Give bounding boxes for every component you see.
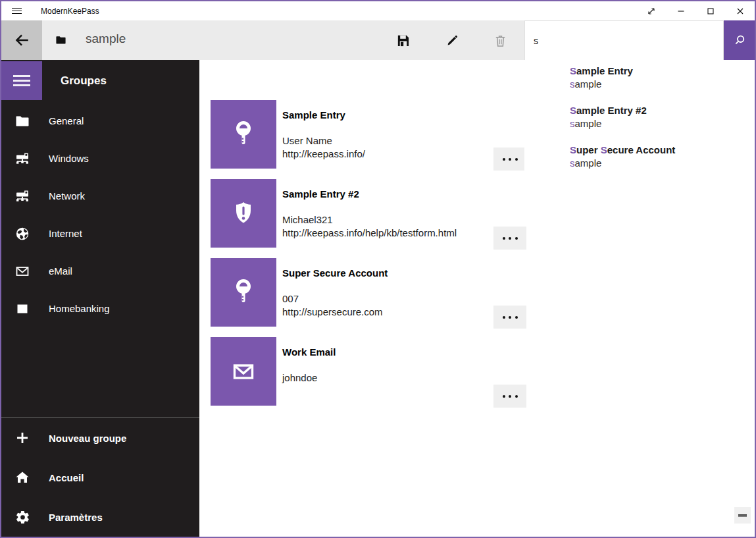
command-bar: sample xyxy=(1,20,755,60)
sidebar-item-general[interactable]: General xyxy=(1,102,199,140)
entry-text: Work Email johndoe xyxy=(282,337,490,385)
entry-title: Sample Entry xyxy=(282,100,490,121)
entry-more-button[interactable] xyxy=(493,227,526,250)
sidebar-item-label: eMail xyxy=(49,265,72,277)
ellipsis-icon xyxy=(503,237,505,240)
network-icon xyxy=(13,188,32,204)
entry-username: johndoe xyxy=(282,371,490,385)
minimize-icon xyxy=(676,6,686,16)
new-group-button[interactable]: Nouveau groupe xyxy=(1,418,199,458)
suggestion-title: Super Secure Account xyxy=(570,144,755,157)
entry-list: Sample Entry User Name http://keepass.in… xyxy=(211,100,527,416)
sidebar-item-windows[interactable]: Windows xyxy=(1,140,199,177)
sidebar-item-network[interactable]: Network xyxy=(1,177,199,215)
sidebar-divider xyxy=(1,417,199,417)
app-window: ModernKeePass xyxy=(0,0,756,538)
titlebar-menu-icon[interactable] xyxy=(1,1,32,20)
search-icon xyxy=(732,33,747,47)
entry-row[interactable]: Work Email johndoe xyxy=(211,337,527,406)
sidebar-item-homebanking[interactable]: Homebanking xyxy=(1,290,199,327)
sidebar-hamburger-button[interactable] xyxy=(1,61,42,100)
entry-url: http://keepass.info/ xyxy=(282,148,490,161)
search-suggestions-flyout: Sample Entry sample Sample Entry #2 samp… xyxy=(524,60,755,202)
mail-icon xyxy=(228,356,259,387)
back-button[interactable] xyxy=(1,20,42,60)
entry-row[interactable]: Sample Entry #2 Michael321 http://keepas… xyxy=(211,179,527,248)
search-suggestion[interactable]: Sample Entry sample xyxy=(524,65,755,104)
ellipsis-icon xyxy=(503,395,505,398)
page-title: sample xyxy=(86,32,126,46)
search-suggestion[interactable]: Super Secure Account sample xyxy=(524,144,755,183)
search-suggestion[interactable]: Sample Entry #2 sample xyxy=(524,104,755,144)
shield-icon xyxy=(228,198,259,229)
search-input[interactable] xyxy=(525,21,723,60)
suggestion-group: sample xyxy=(570,157,755,170)
square-icon xyxy=(13,301,32,317)
entry-details: 007 http://supersecure.com xyxy=(282,292,490,319)
maximize-button[interactable] xyxy=(695,1,725,20)
entry-username: Michael321 xyxy=(282,213,490,227)
close-icon xyxy=(735,6,745,16)
entry-tile xyxy=(211,258,276,327)
suggestion-group: sample xyxy=(570,78,755,91)
save-button[interactable] xyxy=(387,20,418,60)
entry-more-button[interactable] xyxy=(493,306,526,329)
search-box xyxy=(524,20,724,60)
edit-button[interactable] xyxy=(436,20,468,60)
entry-row[interactable]: Sample Entry User Name http://keepass.in… xyxy=(211,100,527,169)
entry-text: Sample Entry User Name http://keepass.in… xyxy=(282,100,490,161)
sidebar-footer: Nouveau groupe Accueil xyxy=(1,417,199,537)
sidebar-item-email[interactable]: eMail xyxy=(1,252,199,290)
database-folder-icon xyxy=(55,35,66,47)
close-button[interactable] xyxy=(725,1,755,20)
entry-tile xyxy=(211,179,276,248)
entry-more-button[interactable] xyxy=(493,148,526,171)
folder-icon xyxy=(13,113,32,129)
hamburger-icon xyxy=(12,6,22,16)
entry-url: http://supersecure.com xyxy=(282,306,490,319)
key-icon xyxy=(228,119,259,150)
ellipsis-icon xyxy=(503,316,505,319)
sidebar-item-label: Internet xyxy=(49,228,82,239)
fullscreen-button[interactable] xyxy=(636,1,666,20)
save-icon xyxy=(396,34,410,47)
home-button[interactable]: Accueil xyxy=(1,458,199,497)
entry-title: Sample Entry #2 xyxy=(282,179,490,200)
entry-details: User Name http://keepass.info/ xyxy=(282,134,490,161)
sidebar-item-label: Accueil xyxy=(49,472,84,483)
sidebar-item-label: Windows xyxy=(49,153,89,164)
delete-button[interactable] xyxy=(484,20,516,60)
zoom-out-button[interactable] xyxy=(734,507,751,524)
maximize-icon xyxy=(705,6,716,16)
entry-tile xyxy=(211,100,276,169)
trash-icon xyxy=(493,34,507,47)
minus-icon xyxy=(738,514,747,517)
globe-icon xyxy=(13,226,32,242)
minimize-button[interactable] xyxy=(666,1,695,20)
suggestion-group: sample xyxy=(570,117,755,130)
pencil-icon xyxy=(445,34,459,47)
search-button[interactable] xyxy=(724,20,755,60)
mail-icon xyxy=(13,263,32,279)
home-icon xyxy=(13,470,32,485)
entry-text: Super Secure Account 007 http://supersec… xyxy=(282,258,490,319)
entry-more-button[interactable] xyxy=(493,385,526,408)
entry-row[interactable]: Super Secure Account 007 http://supersec… xyxy=(211,258,527,327)
gear-icon xyxy=(13,510,32,525)
plus-icon xyxy=(13,430,32,446)
sidebar: Groupes General xyxy=(1,60,199,537)
entry-text: Sample Entry #2 Michael321 http://keepas… xyxy=(282,179,490,240)
entry-username: 007 xyxy=(282,292,490,306)
entry-tile xyxy=(211,337,276,406)
sidebar-item-label: Homebanking xyxy=(49,303,110,314)
entry-details: Michael321 http://keepass.info/help/kb/t… xyxy=(282,213,490,240)
sidebar-item-label: Nouveau groupe xyxy=(49,433,126,444)
suggestion-title: Sample Entry xyxy=(570,65,755,78)
sidebar-header: Groupes xyxy=(61,61,107,100)
settings-button[interactable]: Paramètres xyxy=(1,497,199,537)
title-bar: ModernKeePass xyxy=(1,1,755,20)
entry-url: http://keepass.info/help/kb/testform.htm… xyxy=(282,227,490,240)
sidebar-item-internet[interactable]: Internet xyxy=(1,215,199,252)
fullscreen-icon xyxy=(646,6,657,16)
suggestion-title: Sample Entry #2 xyxy=(570,104,755,117)
